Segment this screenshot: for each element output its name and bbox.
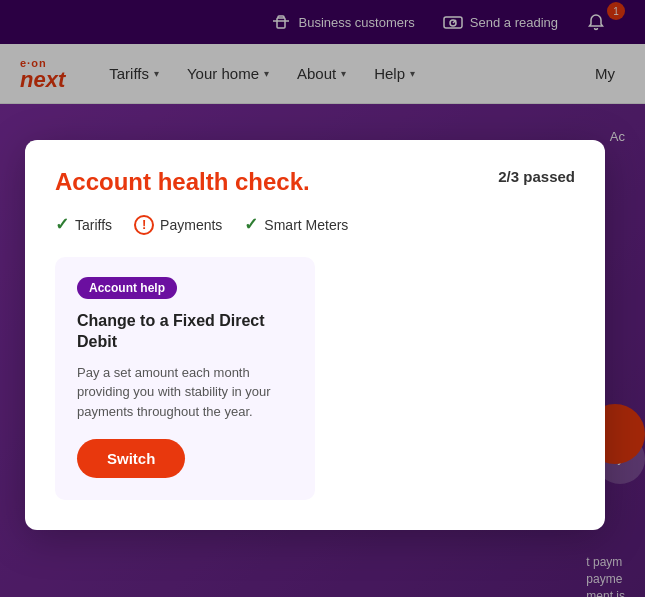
tariffs-check-label: Tariffs	[75, 217, 112, 233]
switch-button[interactable]: Switch	[77, 439, 185, 478]
modal-title: Account health check.	[55, 168, 310, 196]
health-check-modal: Account health check. 2/3 passed ✓ Tarif…	[25, 140, 605, 530]
check-tariffs: ✓ Tariffs	[55, 214, 112, 235]
card-title: Change to a Fixed Direct Debit	[77, 311, 293, 353]
check-smart-meters: ✓ Smart Meters	[244, 214, 348, 235]
check-items-row: ✓ Tariffs ! Payments ✓ Smart Meters	[55, 214, 575, 235]
tariffs-check-icon: ✓	[55, 214, 69, 235]
payments-warning-icon: !	[134, 215, 154, 235]
action-card: Account help Change to a Fixed Direct De…	[55, 257, 315, 500]
card-description: Pay a set amount each month providing yo…	[77, 363, 293, 422]
smart-meters-check-icon: ✓	[244, 214, 258, 235]
payments-check-label: Payments	[160, 217, 222, 233]
passed-badge: 2/3 passed	[498, 168, 575, 185]
modal-overlay: Account health check. 2/3 passed ✓ Tarif…	[0, 0, 645, 597]
modal-header: Account health check. 2/3 passed	[55, 168, 575, 196]
card-badge: Account help	[77, 277, 177, 299]
check-payments: ! Payments	[134, 215, 222, 235]
smart-meters-check-label: Smart Meters	[264, 217, 348, 233]
